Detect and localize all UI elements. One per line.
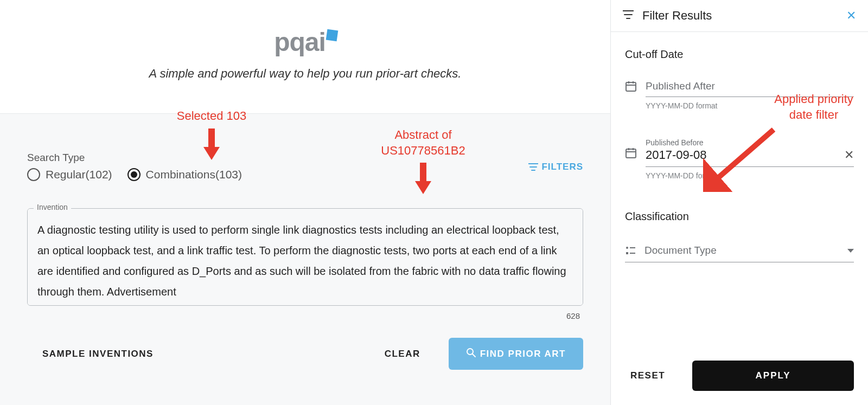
find-prior-art-button[interactable]: FIND PRIOR ART <box>449 338 583 370</box>
search-icon <box>466 348 476 360</box>
search-type-radio-group: Regular(102) Combinations(103) <box>27 168 242 181</box>
filter-panel-body: Cut-off Date Published After YYYY-MM-DD … <box>611 32 868 351</box>
find-button-label: FIND PRIOR ART <box>480 349 566 359</box>
svg-rect-2 <box>626 82 636 91</box>
invention-field-wrap: Invention <box>27 208 583 308</box>
search-form-area: Search Type Regular(102) Combinations(10… <box>0 113 610 405</box>
filter-icon <box>623 10 634 21</box>
filters-toggle[interactable]: FILTERS <box>528 162 583 172</box>
svg-rect-6 <box>626 149 636 158</box>
tagline-text: A simple and powerful way to help you ru… <box>0 67 610 81</box>
calendar-icon <box>625 80 637 92</box>
brand-accent-square <box>326 29 339 42</box>
search-top-row: Search Type Regular(102) Combinations(10… <box>27 152 583 181</box>
published-after-field[interactable]: Published After YYYY-MM-DD format <box>625 79 854 130</box>
published-before-small-label: Published Before <box>646 138 854 147</box>
published-before-value: 2017-09-08 <box>646 148 707 162</box>
cutoff-date-heading: Cut-off Date <box>625 48 854 61</box>
document-type-label: Document Type <box>644 245 839 256</box>
published-after-hint: YYYY-MM-DD format <box>646 101 854 110</box>
radio-regular-label: Regular(102) <box>46 168 112 181</box>
chevron-down-icon <box>847 249 854 253</box>
reset-button[interactable]: RESET <box>625 363 671 389</box>
svg-rect-12 <box>626 252 628 254</box>
filter-icon <box>528 163 538 171</box>
sample-inventions-button[interactable]: SAMPLE INVENTIONS <box>27 340 169 368</box>
clear-button[interactable]: CLEAR <box>369 340 436 368</box>
search-type-block: Search Type Regular(102) Combinations(10… <box>27 152 242 181</box>
published-after-label: Published After <box>646 79 854 97</box>
radio-circle-icon <box>127 168 141 181</box>
svg-point-10 <box>626 247 628 249</box>
filter-panel-title: Filter Results <box>642 9 838 23</box>
right-button-group: CLEAR FIND PRIOR ART <box>369 338 583 370</box>
classification-heading: Classification <box>625 210 854 223</box>
brand-logo: pqai <box>274 27 336 57</box>
document-type-select[interactable]: Document Type <box>625 245 854 262</box>
action-row: SAMPLE INVENTIONS CLEAR FIND PRIOR ART <box>27 338 583 370</box>
document-type-icon <box>625 245 636 256</box>
radio-regular[interactable]: Regular(102) <box>27 168 112 181</box>
brand-name: pqai <box>274 27 326 57</box>
apply-button[interactable]: APPLY <box>692 361 854 391</box>
invention-textarea[interactable] <box>27 208 583 306</box>
hero-section: pqai A simple and powerful way to help y… <box>0 0 610 113</box>
published-before-hint: YYYY-MM-DD format <box>646 171 854 180</box>
svg-rect-11 <box>630 247 635 248</box>
filters-link-label: FILTERS <box>541 162 583 172</box>
svg-rect-13 <box>630 253 635 254</box>
filter-panel-footer: RESET APPLY <box>611 351 868 405</box>
search-type-label: Search Type <box>27 152 242 164</box>
main-area: pqai A simple and powerful way to help y… <box>0 0 610 405</box>
char-count: 628 <box>27 311 583 320</box>
radio-combinations-label: Combinations(103) <box>146 168 242 181</box>
invention-field-label: Invention <box>34 203 71 211</box>
close-icon[interactable]: ✕ <box>846 9 856 23</box>
filter-panel: Filter Results ✕ Cut-off Date Published … <box>610 0 868 405</box>
radio-combinations[interactable]: Combinations(103) <box>127 168 242 181</box>
published-before-field[interactable]: Published Before 2017-09-08 ✕ YYYY-MM-DD… <box>625 137 854 200</box>
filter-panel-header: Filter Results ✕ <box>611 0 868 32</box>
calendar-icon <box>625 147 637 159</box>
radio-circle-icon <box>27 168 40 181</box>
svg-line-1 <box>473 354 475 357</box>
clear-date-icon[interactable]: ✕ <box>844 148 854 162</box>
